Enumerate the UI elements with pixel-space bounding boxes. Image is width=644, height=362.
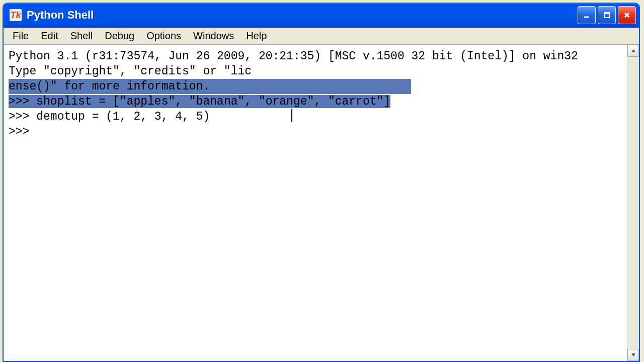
- application-window: Tk Python Shell File Edit Shell Debug Op…: [3, 3, 640, 362]
- content-area: Python 3.1 (r31:73574, Jun 26 2009, 20:2…: [4, 45, 639, 361]
- svg-marker-6: [631, 353, 635, 356]
- window-title: Python Shell: [27, 9, 578, 22]
- menubar: File Edit Shell Debug Options Windows He…: [4, 28, 639, 45]
- code-line-1: shoplist = ["apples", "banana", "orange"…: [36, 95, 390, 108]
- close-button[interactable]: [618, 6, 636, 24]
- svg-marker-5: [631, 49, 635, 52]
- app-icon: Tk: [10, 9, 22, 21]
- menu-edit[interactable]: Edit: [35, 28, 64, 44]
- menu-windows[interactable]: Windows: [187, 28, 240, 44]
- code-line-2: demotup = (1, 2, 3, 4, 5): [36, 110, 210, 123]
- titlebar[interactable]: Tk Python Shell: [4, 3, 639, 28]
- menu-debug[interactable]: Debug: [99, 28, 140, 44]
- window-controls: [578, 6, 636, 24]
- python-banner: Python 3.1 (r31:73574, Jun 26 2009, 20:2…: [9, 50, 578, 63]
- info-text-start: Type "copyright", "credits" or "lic: [9, 65, 252, 78]
- minimize-button[interactable]: [578, 6, 596, 24]
- menu-shell[interactable]: Shell: [64, 28, 99, 44]
- maximize-button[interactable]: [598, 6, 616, 24]
- text-cursor: [291, 109, 292, 122]
- info-text-selected: ense()" for more information.: [9, 79, 411, 94]
- prompt-3: >>>: [9, 125, 36, 138]
- menu-options[interactable]: Options: [140, 28, 187, 44]
- scroll-down-button[interactable]: [627, 349, 639, 361]
- terminal[interactable]: Python 3.1 (r31:73574, Jun 26 2009, 20:2…: [4, 45, 627, 361]
- vertical-scrollbar[interactable]: [627, 45, 639, 361]
- prompt-1: >>>: [9, 95, 36, 108]
- menu-help[interactable]: Help: [240, 28, 273, 44]
- scroll-up-button[interactable]: [627, 45, 639, 57]
- menu-file[interactable]: File: [7, 28, 35, 44]
- prompt-2: >>>: [9, 110, 36, 123]
